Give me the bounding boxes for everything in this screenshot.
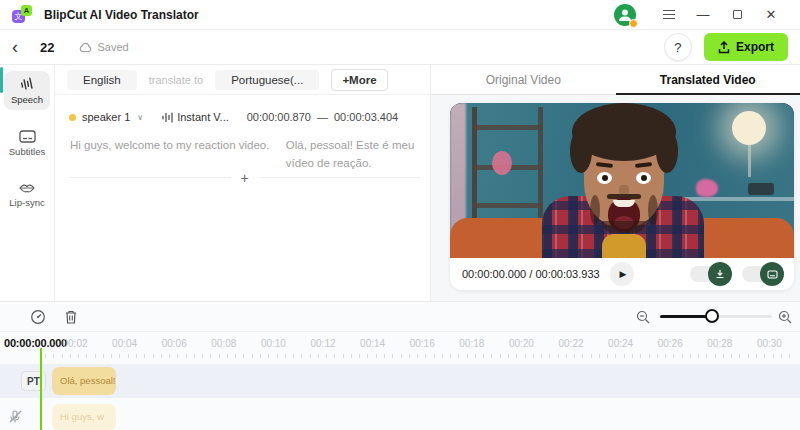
ruler-tick: [376, 354, 377, 358]
playhead[interactable]: [40, 348, 42, 430]
ruler-tick: [202, 354, 203, 358]
muted-voice-icon[interactable]: [8, 409, 23, 428]
ruler-tick: [657, 354, 658, 358]
ruler-tick: [219, 354, 220, 358]
language-bar: English translate to Portuguese(... +Mor…: [55, 65, 430, 95]
sidebar-item-subtitles[interactable]: Subtitles: [4, 124, 50, 162]
more-languages-button[interactable]: +More: [331, 69, 387, 91]
ruler-tick: [318, 354, 319, 358]
ruler-tick: [582, 354, 583, 358]
timeline: 00:00:00.000 00:0200:0400:0600:0800:1000…: [0, 301, 800, 430]
ruler-tick: [682, 354, 683, 358]
menu-icon[interactable]: [652, 3, 686, 27]
ruler-tick: [334, 354, 335, 358]
ruler-tick: [649, 354, 650, 358]
sidebar-item-label: Lip-sync: [4, 197, 50, 208]
voice-select[interactable]: Instant V...: [161, 111, 229, 123]
avatar[interactable]: [614, 4, 636, 26]
ruler-tick: [773, 354, 774, 358]
subtitle-display-toggle[interactable]: [742, 266, 782, 282]
ruler-tick: [533, 354, 534, 358]
ruler-label: 00:12: [310, 338, 335, 349]
ruler-label: 00:08: [211, 338, 236, 349]
ruler-tick: [706, 354, 707, 358]
scene-paddle: [492, 151, 512, 175]
zoom-slider-handle[interactable]: [705, 309, 719, 323]
ruler-tick: [425, 354, 426, 358]
timeline-clip-original[interactable]: Hi guys, w: [52, 404, 116, 430]
speech-waveform-icon: [19, 77, 35, 91]
person-hair-side: [656, 129, 678, 173]
segment-time-range[interactable]: 00:00:00.870 — 00:00:03.404: [247, 111, 398, 123]
ruler-label: 00:10: [261, 338, 286, 349]
playback-speed-button[interactable]: [30, 309, 46, 329]
zoom-slider-fill: [660, 315, 712, 318]
maximize-button[interactable]: [720, 3, 754, 27]
ruler-tick: [384, 354, 385, 358]
sidebar-item-speech[interactable]: Speech: [4, 71, 50, 110]
source-text[interactable]: Hi guys, welcome to my reaction video.: [70, 137, 274, 173]
person-yellow-tee: [602, 234, 646, 258]
video-time-display: 00:00:00.000 / 00:00:03.933: [462, 268, 600, 280]
sidebar-item-label: Subtitles: [4, 146, 50, 157]
ruler-tick: [53, 354, 54, 358]
video-tabs: Original Video Translated Video: [431, 65, 800, 95]
help-button[interactable]: ?: [664, 33, 692, 61]
chevron-down-icon[interactable]: ∨: [137, 113, 143, 122]
source-language-chip[interactable]: English: [67, 70, 137, 90]
ruler-tick: [194, 354, 195, 358]
ruler-tick: [516, 354, 517, 358]
target-language-chip[interactable]: Portuguese(...: [215, 70, 319, 90]
zoom-in-button[interactable]: [778, 310, 793, 329]
scene-camera: [748, 183, 774, 195]
ruler-tick: [401, 354, 402, 358]
sidebar-item-lipsync[interactable]: Lip-sync: [4, 176, 50, 213]
project-number[interactable]: 22: [40, 40, 54, 55]
ruler-tick: [186, 354, 187, 358]
ruler-tick: [748, 354, 749, 358]
app-title: BlipCut AI Video Translator: [44, 8, 199, 22]
tab-original-video[interactable]: Original Video: [431, 65, 616, 94]
back-button[interactable]: ‹: [12, 37, 34, 57]
speaker-color-dot: [69, 114, 76, 121]
export-button[interactable]: Export: [704, 33, 788, 61]
segment-end-time: 00:00:03.404: [334, 111, 398, 123]
translated-text[interactable]: Olá, pessoal! Este é meu vídeo de reação…: [286, 137, 430, 173]
video-frame[interactable]: [450, 103, 794, 258]
ruler-label: 00:04: [112, 338, 137, 349]
ruler-tick: [343, 354, 344, 358]
delete-button[interactable]: [64, 309, 78, 329]
ruler-tick: [119, 354, 120, 358]
speaker-select[interactable]: speaker 1: [82, 111, 130, 123]
timeline-clip-translated[interactable]: Olá, pessoal! E: [52, 367, 116, 395]
ruler-tick: [764, 354, 765, 358]
tab-translated-video[interactable]: Translated Video: [616, 65, 800, 94]
timeline-zoom-slider[interactable]: [660, 315, 772, 318]
dub-audio-toggle[interactable]: [690, 266, 730, 282]
play-button[interactable]: ▶: [610, 262, 634, 286]
ruler-tick: [111, 354, 112, 358]
ruler-tick: [103, 354, 104, 358]
subtitle-cc-icon: [760, 262, 784, 286]
add-segment-button[interactable]: +: [230, 169, 258, 187]
ruler-tick: [756, 354, 757, 358]
ruler-tick: [789, 354, 790, 358]
ruler-tick: [458, 354, 459, 358]
zoom-out-button[interactable]: [636, 310, 651, 329]
minimize-button[interactable]: —: [686, 3, 720, 27]
close-button[interactable]: ✕: [754, 3, 788, 27]
ruler-label: 00:20: [509, 338, 534, 349]
person-pupil: [602, 175, 608, 181]
subtitles-icon: [19, 130, 36, 143]
timeline-ruler[interactable]: 00:00:00.000 00:0200:0400:0600:0800:1000…: [0, 332, 800, 362]
ruler-label: 00:30: [757, 338, 782, 349]
ruler-tick: [624, 354, 625, 358]
ruler-tick: [392, 354, 393, 358]
time-separator: —: [317, 111, 328, 123]
ruler-tick: [128, 354, 129, 358]
ruler-tick: [723, 354, 724, 358]
ruler-tick: [293, 354, 294, 358]
segment-start-time: 00:00:00.870: [247, 111, 311, 123]
ruler-tick: [161, 354, 162, 358]
ruler-tick: [500, 354, 501, 358]
